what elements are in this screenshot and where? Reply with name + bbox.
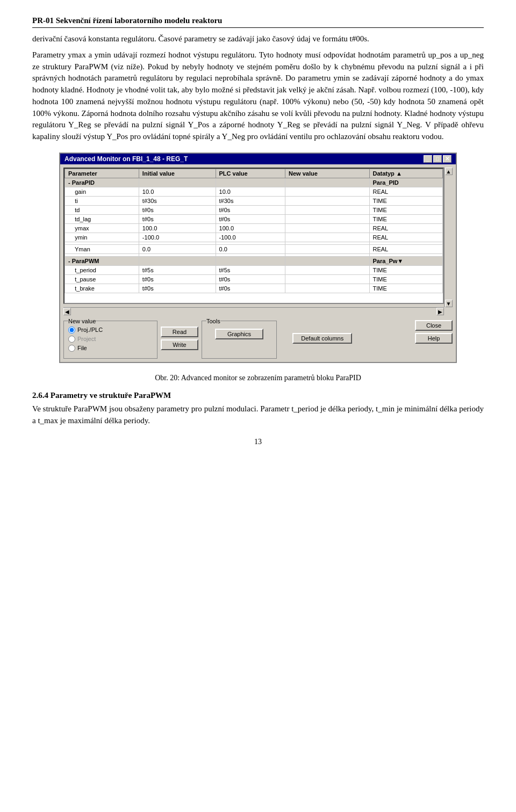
cell-newval xyxy=(285,178,370,187)
radio-projplc-label: Proj./PLC xyxy=(77,327,103,333)
cell-param: - ParaPWM xyxy=(65,256,139,265)
cell-newval xyxy=(285,187,370,196)
close-help-buttons: Close Help xyxy=(368,318,453,359)
cell-plc: t#0s xyxy=(216,205,285,214)
cell-plc xyxy=(216,256,285,265)
horizontal-scrollbar[interactable]: ◀ ▶ xyxy=(63,307,444,316)
read-button[interactable]: Read xyxy=(161,327,198,337)
table-row[interactable]: Yman 0.0 0.0 REAL xyxy=(65,244,443,253)
table-wrap: Parameter Initial value PLC value New va… xyxy=(63,168,453,307)
cell-newval xyxy=(285,284,370,293)
cell-initial: 100.0 xyxy=(139,223,216,233)
table-row[interactable]: ti t#30s t#30s TIME xyxy=(65,196,443,205)
cell-datatype: TIME xyxy=(369,205,443,214)
cell-initial: t#0s xyxy=(139,205,216,214)
table-row[interactable]: - ParaPWM Para_Pw▼ xyxy=(65,256,443,265)
cell-param: gain xyxy=(65,187,139,196)
window-title: Advanced Monitor on FBI_1_48 - REG_T xyxy=(64,155,188,163)
section-text: Ve struktuře ParaPWM jsou obsaženy param… xyxy=(32,403,484,427)
cell-plc: t#30s xyxy=(216,196,285,205)
table-row[interactable]: td t#0s t#0s TIME xyxy=(65,205,443,214)
cell-plc: t#0s xyxy=(216,214,285,223)
window-controls[interactable]: _ □ ✕ xyxy=(424,155,452,163)
cell-datatype: REAL xyxy=(369,233,443,242)
cell-initial: t#0s xyxy=(139,284,216,293)
cell-newval xyxy=(285,265,370,274)
cell-plc: t#5s xyxy=(216,265,285,274)
page-number: 13 xyxy=(32,438,484,446)
vertical-scrollbar[interactable]: ▲ ▼ xyxy=(444,168,453,307)
monitor-table: Parameter Initial value PLC value New va… xyxy=(64,169,443,293)
cell-initial: t#30s xyxy=(139,196,216,205)
table-row[interactable]: - ParaPID Para_PID xyxy=(65,178,443,187)
cell-plc: t#0s xyxy=(216,284,285,293)
cell-initial: 0.0 xyxy=(139,244,216,253)
cell-param: ymax xyxy=(65,223,139,233)
col-header-parameter: Parameter xyxy=(65,169,139,178)
cell-newval xyxy=(285,196,370,205)
help-button[interactable]: Help xyxy=(415,333,453,344)
cell-initial: -100.0 xyxy=(139,233,216,242)
graphics-button[interactable]: Graphics xyxy=(215,329,263,339)
cell-initial xyxy=(139,178,216,187)
radio-projplc-row: Proj./PLC xyxy=(68,327,153,334)
cell-plc: t#0s xyxy=(216,274,285,284)
radio-file-label: File xyxy=(77,345,87,351)
cell-plc: -100.0 xyxy=(216,233,285,242)
radio-projplc[interactable] xyxy=(68,327,75,334)
col-header-initial: Initial value xyxy=(139,169,216,178)
cell-initial xyxy=(139,256,216,265)
cell-plc: 10.0 xyxy=(216,187,285,196)
radio-file[interactable] xyxy=(68,345,75,352)
close-button[interactable]: Close xyxy=(415,320,453,331)
cell-datatype: Para_PID xyxy=(369,178,443,187)
newvalue-panel: New value Proj./PLC Project File xyxy=(63,318,157,359)
page-title: PR-01 Sekvenční řízení laboratorního mod… xyxy=(32,16,484,28)
cell-param: t_pause xyxy=(65,274,139,284)
cell-param: Yman xyxy=(65,244,139,253)
default-columns-button[interactable]: Default columns xyxy=(292,333,352,344)
col-header-plc: PLC value xyxy=(216,169,285,178)
table-row[interactable]: t_brake t#0s t#0s TIME xyxy=(65,284,443,293)
table-row[interactable]: t_pause t#0s t#0s TIME xyxy=(65,274,443,284)
maximize-button[interactable]: □ xyxy=(433,155,442,163)
radio-project[interactable] xyxy=(68,336,75,343)
cell-newval xyxy=(285,214,370,223)
window-titlebar: Advanced Monitor on FBI_1_48 - REG_T _ □… xyxy=(60,154,456,164)
table-container: Parameter Initial value PLC value New va… xyxy=(63,168,444,304)
cell-newval xyxy=(285,205,370,214)
read-write-buttons: Read Write xyxy=(161,318,198,359)
tools-legend: Tools xyxy=(206,318,220,324)
cell-datatype: TIME xyxy=(369,196,443,205)
cell-newval xyxy=(285,223,370,233)
scroll-up-button[interactable]: ▲ xyxy=(445,168,453,175)
write-button[interactable]: Write xyxy=(161,339,198,350)
cell-param: td xyxy=(65,205,139,214)
scroll-down-button[interactable]: ▼ xyxy=(445,300,453,307)
cell-datatype: TIME xyxy=(369,214,443,223)
cell-datatype: Para_Pw▼ xyxy=(369,256,443,265)
cell-initial: t#5s xyxy=(139,265,216,274)
cell-plc: 0.0 xyxy=(216,244,285,253)
table-row[interactable]: ymin -100.0 -100.0 REAL xyxy=(65,233,443,242)
radio-project-row: Project xyxy=(68,336,153,343)
window-body: Parameter Initial value PLC value New va… xyxy=(60,164,456,362)
col-header-newval: New value xyxy=(285,169,370,178)
cell-plc: 100.0 xyxy=(216,223,285,233)
table-row[interactable]: gain 10.0 10.0 REAL xyxy=(65,187,443,196)
cell-initial: t#0s xyxy=(139,214,216,223)
figure-caption: Obr. 20: Advanced monitor se zobrazením … xyxy=(32,373,484,383)
radio-project-label: Project xyxy=(77,336,96,342)
table-row[interactable]: t_period t#5s t#5s TIME xyxy=(65,265,443,274)
scroll-right-button[interactable]: ▶ xyxy=(436,308,444,315)
table-row[interactable]: ymax 100.0 100.0 REAL xyxy=(65,223,443,233)
tools-panel: Tools Graphics xyxy=(202,318,277,359)
cell-datatype: REAL xyxy=(369,244,443,253)
cell-initial: 10.0 xyxy=(139,187,216,196)
minimize-button[interactable]: _ xyxy=(424,155,432,163)
scroll-left-button[interactable]: ◀ xyxy=(63,308,71,315)
cell-newval xyxy=(285,274,370,284)
cell-datatype: REAL xyxy=(369,223,443,233)
table-row[interactable]: td_lag t#0s t#0s TIME xyxy=(65,214,443,223)
close-window-button[interactable]: ✕ xyxy=(443,155,452,163)
